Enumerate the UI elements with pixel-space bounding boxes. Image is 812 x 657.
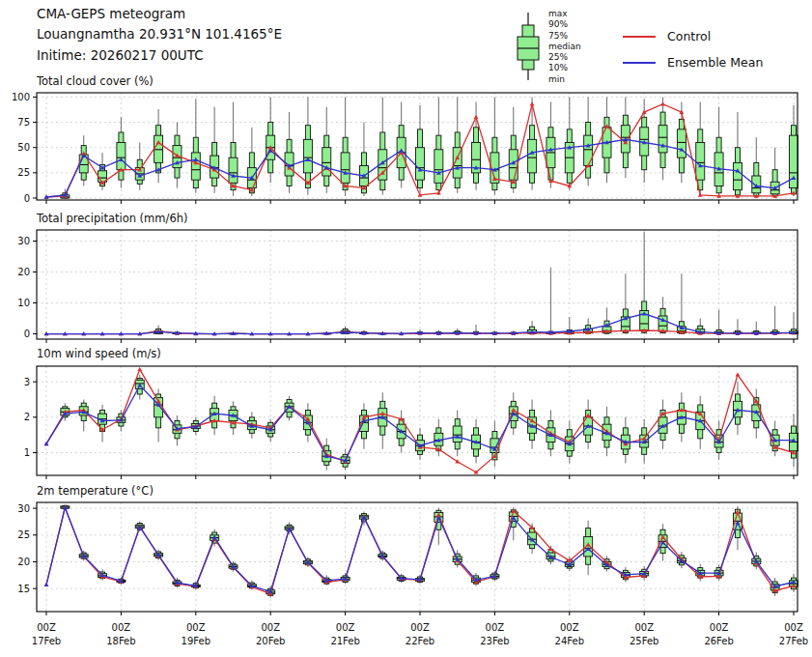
svg-text:15: 15 <box>17 584 30 594</box>
svg-text:0: 0 <box>24 328 30 339</box>
svg-text:20: 20 <box>17 267 30 277</box>
meteogram-plot-canvas: 025507510001020301231520253000Z17Feb00Z1… <box>0 0 812 657</box>
svg-text:30: 30 <box>17 236 30 246</box>
svg-text:18Feb: 18Feb <box>106 636 135 646</box>
svg-text:21Feb: 21Feb <box>330 636 359 646</box>
svg-text:00Z: 00Z <box>410 622 430 633</box>
svg-text:24Feb: 24Feb <box>555 636 584 646</box>
panel-cloud: 0255075100 <box>12 92 798 204</box>
svg-text:00Z: 00Z <box>634 622 654 633</box>
svg-text:00Z: 00Z <box>336 622 355 633</box>
svg-text:22Feb: 22Feb <box>406 636 434 646</box>
svg-text:19Feb: 19Feb <box>182 636 210 646</box>
svg-text:00Z: 00Z <box>710 622 729 633</box>
svg-text:20Feb: 20Feb <box>256 636 285 646</box>
panel-temp: 15202530 <box>17 502 798 615</box>
svg-text:26Feb: 26Feb <box>704 636 733 646</box>
svg-text:25Feb: 25Feb <box>630 636 658 646</box>
panel-wind: 123 <box>24 366 798 479</box>
svg-text:27Feb: 27Feb <box>779 636 808 646</box>
svg-text:25: 25 <box>17 529 30 540</box>
svg-text:00Z: 00Z <box>560 622 579 633</box>
svg-text:75: 75 <box>17 117 30 128</box>
svg-text:20: 20 <box>17 557 30 567</box>
svg-text:00Z: 00Z <box>784 622 803 633</box>
svg-text:17Feb: 17Feb <box>32 636 61 646</box>
svg-text:50: 50 <box>17 142 30 153</box>
x-axis-labels: 00Z17Feb00Z18Feb00Z19Feb00Z20Feb00Z21Feb… <box>32 622 808 646</box>
svg-text:1: 1 <box>24 447 30 458</box>
svg-text:30: 30 <box>17 503 30 514</box>
panel-precip: 0102030 <box>17 230 798 343</box>
svg-text:00Z: 00Z <box>261 622 280 633</box>
svg-text:00Z: 00Z <box>37 622 56 633</box>
svg-text:25: 25 <box>17 167 30 178</box>
svg-text:00Z: 00Z <box>186 622 206 633</box>
svg-text:2: 2 <box>24 412 30 422</box>
svg-text:10: 10 <box>17 298 30 308</box>
svg-text:3: 3 <box>24 377 30 387</box>
svg-text:0: 0 <box>24 193 30 204</box>
svg-text:100: 100 <box>12 92 30 102</box>
svg-text:23Feb: 23Feb <box>480 636 509 646</box>
svg-text:00Z: 00Z <box>112 622 131 633</box>
svg-text:00Z: 00Z <box>486 622 505 633</box>
